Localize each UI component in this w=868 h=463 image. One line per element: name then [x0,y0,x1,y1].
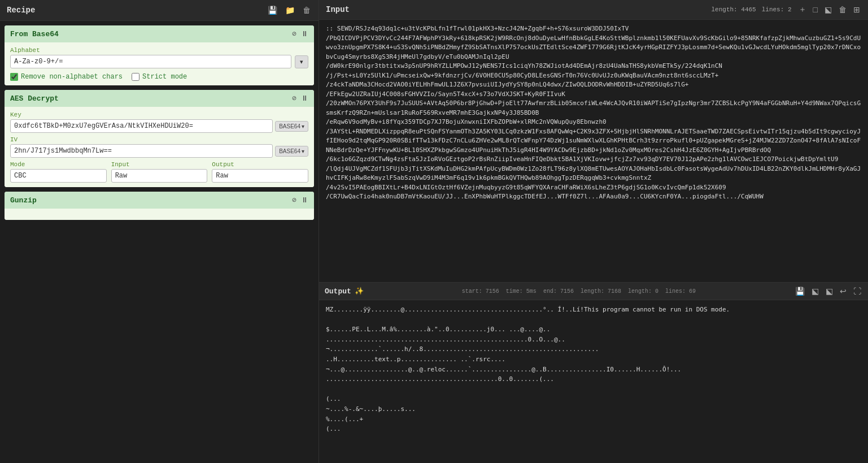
input-mode-input[interactable] [111,169,208,183]
output-title-group: Output ✨ [325,287,364,296]
from-base64-body: Alphabet ▾ Remove non-alphabet chars Str… [5,42,314,85]
iv-label: IV [10,136,308,143]
alphabet-input[interactable] [10,55,291,68]
wand-icon[interactable]: ✨ [355,287,364,296]
input-expand-button[interactable]: ⊞ [852,4,861,15]
recipe-title: Recipe [7,6,35,15]
remove-non-alphabet-label: Remove non-alphabet chars [21,73,123,81]
remove-non-alphabet-checkbox-label[interactable]: Remove non-alphabet chars [10,73,123,81]
alphabet-dropdown-button[interactable]: ▾ [295,55,308,68]
output-header: Output ✨ start: 7156 time: 5ms end: 7156… [319,283,868,300]
recipe-content: From Base64 ⊘ ⏸ Alphabet ▾ Remove non-al… [0,21,319,463]
input-lines-label: lines: 2 [762,6,792,13]
input-copy-button[interactable]: ⬕ [823,4,833,15]
output-section: Output ✨ start: 7156 time: 5ms end: 7156… [319,282,868,463]
mode-label: Mode [10,161,107,168]
from-base64-block: From Base64 ⊘ ⏸ Alphabet ▾ Remove non-al… [5,25,314,85]
key-label: Key [10,111,308,118]
aes-decrypt-disable-icon[interactable]: ⊘ [292,94,296,103]
strict-mode-checkbox-label[interactable]: Strict mode [132,73,187,81]
output-field: Output [212,161,308,183]
gunzip-title: Gunzip [10,196,37,205]
output-fullscreen-button[interactable]: ⛶ [852,285,862,297]
from-base64-collapse-icon[interactable]: ⏸ [301,30,308,38]
iv-encoding-dropdown[interactable]: BASE64 ▾ [275,146,308,157]
output-undo-button[interactable]: ↩ [839,285,848,297]
aes-decrypt-collapse-icon[interactable]: ⏸ [301,94,308,103]
iv-row: BASE64 ▾ [10,144,308,158]
output-title-text: Output [325,287,351,296]
input-delete-button[interactable]: 🗑 [838,4,848,15]
output-copy-button[interactable]: ⬕ [810,285,820,297]
output-end: end: 7156 [543,288,574,295]
mode-row: Mode Input Output [10,161,308,183]
key-section: Key BASE64 ▾ [10,111,308,133]
output-start: start: 7156 [462,288,499,295]
aes-decrypt-block: AES Decrypt ⊘ ⏸ Key BASE64 ▾ [5,90,314,187]
recipe-toolbar: 💾 📁 🗑 [267,5,312,16]
input-length-value: 4465 [741,6,756,13]
aes-decrypt-body: Key BASE64 ▾ IV [5,107,314,187]
output-length-detail: length: 7168 [581,288,621,295]
iv-section: IV BASE64 ▾ [10,136,308,158]
strict-mode-checkbox[interactable] [132,73,139,81]
key-encoding-value: BASE64 [279,123,300,129]
key-row: BASE64 ▾ [10,119,308,133]
iv-input[interactable] [10,144,273,158]
output-meta: start: 7156 time: 5ms end: 7156 length: … [462,288,696,295]
input-meta: length: 4465 lines: 2 ＋ □ ⬕ 🗑 ⊞ [711,3,861,16]
gunzip-disable-icon[interactable]: ⊘ [292,196,296,205]
from-base64-controls: ⊘ ⏸ [292,29,308,38]
output-time: time: 5ms [506,288,536,295]
options-row: Remove non-alphabet chars Strict mode [10,73,308,81]
output-expand-button[interactable]: ⬕ [825,285,834,297]
aes-decrypt-header: AES Decrypt ⊘ ⏸ [5,90,314,107]
alphabet-label: Alphabet [10,47,308,54]
input-field: Input [111,161,208,183]
input-toolbar: ＋ □ ⬕ 🗑 ⊞ [797,3,861,16]
save-recipe-button[interactable]: 💾 [267,5,278,16]
input-header: Input length: 4465 lines: 2 ＋ □ ⬕ 🗑 ⊞ [319,0,868,20]
gunzip-body [5,209,314,220]
output-label: Output [212,161,308,168]
key-iv-section: Key BASE64 ▾ IV [10,111,308,158]
right-panel: Input length: 4465 lines: 2 ＋ □ ⬕ 🗑 ⊞ ::… [319,0,868,463]
recipe-header: Recipe 💾 📁 🗑 [0,0,319,21]
output-toolbar: 💾 ⬕ ⬕ ↩ ⛶ [794,285,862,297]
from-base64-disable-icon[interactable]: ⊘ [292,29,296,38]
output-length-top: length: 0 [628,288,658,295]
gunzip-collapse-icon[interactable]: ⏸ [301,196,308,205]
mode-input[interactable] [10,169,107,183]
open-recipe-button[interactable]: 📁 [284,5,296,16]
input-lines-value: 2 [788,6,792,13]
from-base64-header: From Base64 ⊘ ⏸ [5,25,314,42]
input-new-button[interactable]: □ [812,4,819,15]
input-add-button[interactable]: ＋ [797,3,808,16]
output-lines: lines: 69 [665,288,696,295]
input-textarea[interactable]: :: SEWD/RSJz4q93dq1c+u3tVcKPbLfn1fTrwl01… [319,20,868,282]
output-content: MZ........ÿÿ........@...................… [319,300,868,463]
aes-decrypt-controls: ⊘ ⏸ [292,94,308,103]
key-input[interactable] [10,119,273,133]
gunzip-controls: ⊘ ⏸ [292,196,308,205]
output-mode-input[interactable] [212,169,308,183]
iv-encoding-value: BASE64 [279,148,300,154]
strict-mode-label: Strict mode [142,73,187,81]
remove-non-alphabet-checkbox[interactable] [10,73,18,81]
alphabet-row: ▾ [10,55,308,68]
output-save-button[interactable]: 💾 [794,285,806,297]
input-title: Input [326,5,350,14]
input-label: Input [111,161,208,168]
delete-recipe-button[interactable]: 🗑 [302,5,312,16]
gunzip-block: Gunzip ⊘ ⏸ [5,192,314,220]
from-base64-title: From Base64 [10,30,59,38]
mode-field: Mode [10,161,107,183]
input-length-label: length: 4465 [711,6,756,13]
aes-decrypt-title: AES Decrypt [10,94,59,103]
left-panel: Recipe 💾 📁 🗑 From Base64 ⊘ ⏸ Alphabet ▾ [0,0,319,463]
key-encoding-dropdown[interactable]: BASE64 ▾ [275,121,308,132]
gunzip-header: Gunzip ⊘ ⏸ [5,192,314,209]
